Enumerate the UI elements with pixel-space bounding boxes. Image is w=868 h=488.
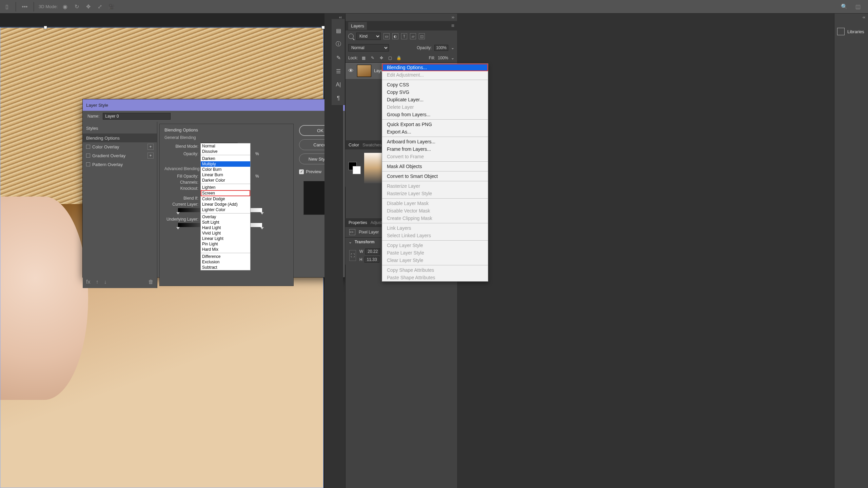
add-icon[interactable]: + — [147, 152, 154, 159]
layer-context-menu[interactable]: Blending Options...Edit Adjustment...Cop… — [382, 63, 488, 282]
style-blending-options[interactable]: Blending Options — [83, 134, 157, 142]
lock-artboard-icon[interactable]: ▢ — [387, 55, 393, 61]
handle-top[interactable] — [44, 26, 47, 29]
context-menu-item[interactable]: Duplicate Layer... — [382, 96, 488, 103]
blend-mode-option[interactable]: Normal — [201, 143, 250, 149]
chevron-down-icon[interactable]: ⌄ — [451, 56, 454, 60]
search-icon[interactable] — [348, 34, 354, 39]
panel-menu-icon[interactable]: ≡ — [451, 23, 454, 29]
workspace-icon[interactable]: ◫ — [854, 3, 862, 11]
blend-mode-option[interactable]: Overlay — [201, 214, 250, 220]
context-menu-item[interactable]: Quick Export as PNG — [382, 121, 488, 128]
context-menu-item[interactable]: Mask All Objects — [382, 163, 488, 170]
scale-icon[interactable]: ⤢ — [96, 3, 104, 11]
blend-mode-option[interactable]: Subtract — [201, 265, 250, 270]
filter-shape-icon[interactable]: ▱ — [410, 33, 416, 39]
blend-mode-option[interactable]: Darker Color — [201, 178, 250, 183]
adjust-icon[interactable]: ☰ — [332, 64, 345, 78]
height-value[interactable]: 11.33 — [364, 257, 379, 263]
properties-tab[interactable]: Properties — [349, 220, 367, 225]
context-menu-item[interactable]: Convert to Smart Object — [382, 172, 488, 180]
more-icon[interactable]: ••• — [21, 3, 29, 11]
layer-blend-select[interactable]: Normal — [348, 44, 389, 52]
blend-mode-option[interactable]: Multiply — [201, 161, 250, 167]
add-icon[interactable]: + — [147, 144, 154, 150]
context-menu-item[interactable]: Blending Options... — [382, 64, 488, 71]
fx-icon[interactable]: fx — [86, 279, 90, 285]
trash-icon[interactable]: 🗑 — [148, 279, 154, 285]
home-icon[interactable]: ▯ — [3, 3, 11, 11]
collapse-icon[interactable]: ‹‹ — [834, 14, 868, 21]
blend-mode-option[interactable]: Linear Light — [201, 236, 250, 241]
blend-mode-option[interactable]: Hard Light — [201, 225, 250, 230]
blend-mode-option[interactable]: Color Dodge — [201, 196, 250, 202]
blend-mode-option[interactable]: Linear Dodge (Add) — [201, 202, 250, 207]
context-menu-item[interactable]: Copy CSS — [382, 81, 488, 88]
blend-mode-option[interactable]: Darken — [201, 156, 250, 161]
context-menu-item[interactable]: Export As... — [382, 128, 488, 136]
fg-bg-color[interactable] — [349, 162, 361, 174]
orbit-icon[interactable]: ◉ — [61, 3, 69, 11]
layer-thumbnail[interactable] — [357, 65, 371, 77]
blend-mode-option[interactable]: Soft Light — [201, 220, 250, 225]
checkbox-icon[interactable]: ✓ — [299, 169, 304, 174]
rotate-icon[interactable]: ↻ — [73, 3, 81, 11]
style-pattern-overlay[interactable]: Pattern Overlay — [83, 160, 157, 169]
style-color-overlay[interactable]: Color Overlay+ — [83, 142, 157, 151]
color-tab[interactable]: Color — [349, 142, 359, 147]
context-menu-item[interactable]: Group from Layers... — [382, 111, 488, 118]
lock-brush-icon[interactable]: ✎ — [370, 55, 376, 61]
camera-icon[interactable]: 🎥 — [107, 3, 115, 11]
layers-tab[interactable]: Layers — [348, 22, 367, 30]
lock-move-icon[interactable]: ✥ — [378, 55, 384, 61]
swatches-tab[interactable]: Swatches — [362, 142, 381, 147]
blend-mode-option[interactable]: Lighten — [201, 185, 250, 190]
up-icon[interactable]: ↑ — [96, 279, 98, 285]
filter-pixel-icon[interactable]: ▭ — [383, 33, 390, 39]
dialog-titlebar[interactable]: Layer Style ✕ — [83, 99, 345, 111]
blend-mode-option[interactable]: Hard Mix — [201, 247, 250, 252]
filter-adjust-icon[interactable]: ◐ — [392, 33, 398, 39]
move-icon[interactable]: ✥ — [84, 3, 92, 11]
history-icon[interactable]: ▤ — [332, 24, 345, 37]
fill-value[interactable]: 100% — [438, 56, 448, 60]
transform-header[interactable]: Transform — [355, 240, 375, 244]
down-icon[interactable]: ↓ — [104, 279, 106, 285]
search-icon[interactable]: 🔍 — [840, 3, 848, 11]
context-menu-item[interactable]: Frame from Layers... — [382, 145, 488, 153]
opacity-value[interactable]: 100% — [434, 45, 448, 51]
info-icon[interactable]: ⓘ — [332, 37, 345, 51]
blend-mode-option[interactable]: Screen — [201, 190, 250, 196]
chevron-down-icon[interactable]: ⌄ — [349, 240, 352, 244]
filter-smart-icon[interactable]: ◫ — [419, 33, 425, 39]
blend-mode-option[interactable]: Difference — [201, 254, 250, 259]
context-menu-item[interactable]: Artboard from Layers... — [382, 138, 488, 145]
visibility-icon[interactable]: 👁 — [348, 68, 354, 74]
blend-mode-option[interactable]: Dissolve — [201, 149, 250, 154]
link-icon[interactable]: ⛶ — [349, 250, 356, 261]
brush-icon[interactable]: ✎ — [332, 51, 345, 64]
libraries-button[interactable]: Libraries — [834, 21, 868, 42]
blend-mode-option[interactable]: Exclusion — [201, 259, 250, 265]
chevron-down-icon[interactable]: ⌄ — [451, 45, 454, 50]
blend-mode-option[interactable]: Color Burn — [201, 167, 250, 172]
type-icon[interactable]: A| — [332, 78, 345, 92]
blend-mode-option[interactable]: Vivid Light — [201, 230, 250, 236]
style-gradient-overlay[interactable]: Gradient Overlay+ — [83, 151, 157, 160]
slider-handle[interactable] — [176, 227, 180, 229]
width-value[interactable]: 20.22 — [365, 248, 380, 255]
lock-pixels-icon[interactable]: ▦ — [361, 55, 367, 61]
slider-handle[interactable] — [260, 212, 264, 215]
filter-kind-select[interactable]: Kind — [356, 33, 381, 40]
context-menu-item[interactable]: Copy SVG — [382, 88, 488, 96]
filter-type-icon[interactable]: T — [401, 33, 407, 39]
slider-handle[interactable] — [260, 227, 264, 229]
layer-name-input[interactable] — [103, 113, 171, 120]
blend-mode-option[interactable]: Linear Burn — [201, 172, 250, 178]
blend-mode-option[interactable]: Lighter Color — [201, 207, 250, 212]
paragraph-icon[interactable]: ¶ — [332, 92, 345, 105]
blend-mode-option[interactable]: Pin Light — [201, 241, 250, 247]
slider-handle[interactable] — [176, 212, 180, 215]
collapse-icon[interactable]: ›› — [346, 14, 457, 21]
lock-all-icon[interactable]: 🔒 — [396, 55, 402, 61]
